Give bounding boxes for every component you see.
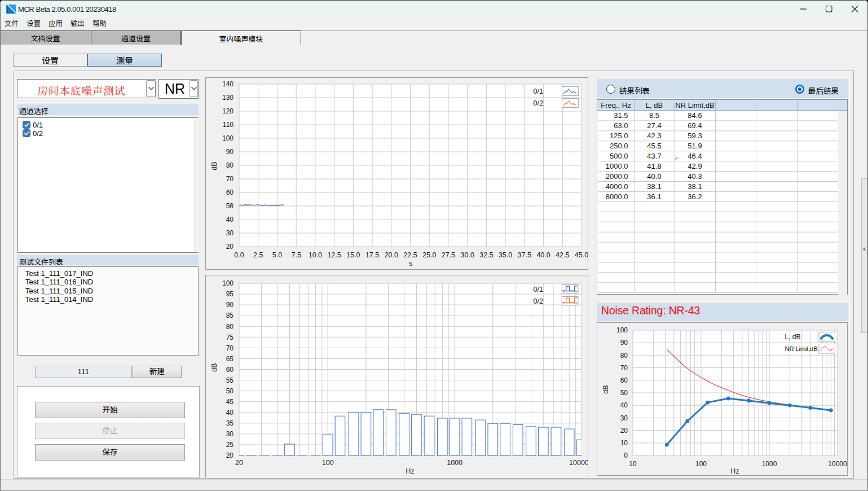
svg-text:45.0: 45.0 [575, 251, 588, 259]
svg-text:40.0: 40.0 [647, 172, 661, 181]
svg-text:20: 20 [235, 459, 243, 467]
svg-text:Freq., Hz: Freq., Hz [601, 101, 631, 109]
svg-text:55: 55 [226, 376, 234, 384]
svg-text:30: 30 [620, 414, 628, 422]
svg-text:0.0: 0.0 [234, 251, 244, 259]
svg-text:30: 30 [226, 229, 234, 237]
svg-text:8.5: 8.5 [649, 111, 659, 120]
svg-text:2000.0: 2000.0 [606, 172, 628, 181]
svg-text:38.1: 38.1 [688, 182, 702, 191]
svg-text:L, dB: L, dB [785, 333, 801, 341]
svg-text:4000.0: 4000.0 [606, 182, 628, 191]
svg-text:125.0: 125.0 [610, 131, 628, 140]
svg-text:42.5: 42.5 [556, 251, 569, 259]
svg-text:70: 70 [620, 364, 628, 372]
svg-text:80: 80 [620, 352, 628, 360]
svg-text:0/1: 0/1 [534, 286, 543, 293]
svg-text:100: 100 [695, 460, 707, 468]
svg-text:25.0: 25.0 [422, 251, 436, 259]
svg-text:NR Limit,dB: NR Limit,dB [785, 345, 818, 352]
svg-text:40.3: 40.3 [688, 172, 702, 181]
svg-text:65: 65 [226, 355, 234, 363]
svg-text:45: 45 [226, 398, 234, 406]
svg-text:0/2: 0/2 [534, 297, 543, 305]
svg-text:20.0: 20.0 [385, 251, 398, 259]
svg-text:42.3: 42.3 [647, 131, 661, 140]
svg-text:500.0: 500.0 [610, 152, 628, 160]
svg-text:10000: 10000 [569, 459, 588, 467]
svg-text:51.9: 51.9 [688, 142, 702, 150]
svg-text:60: 60 [226, 366, 234, 374]
svg-text:37.5: 37.5 [518, 251, 531, 259]
svg-text:27.4: 27.4 [647, 121, 661, 130]
svg-text:110: 110 [223, 121, 233, 129]
svg-text:17.5: 17.5 [365, 251, 379, 259]
svg-text:s: s [409, 260, 412, 268]
svg-text:75: 75 [226, 334, 234, 341]
svg-text:1000.0: 1000.0 [606, 162, 628, 170]
svg-text:15.0: 15.0 [346, 251, 360, 259]
svg-text:46.4: 46.4 [688, 152, 702, 160]
svg-text:36.2: 36.2 [688, 192, 702, 201]
svg-text:2.5: 2.5 [253, 251, 263, 259]
svg-text:30: 30 [226, 430, 234, 438]
svg-text:0/1: 0/1 [534, 87, 543, 95]
svg-text:80: 80 [226, 161, 234, 169]
svg-text:84.6: 84.6 [688, 111, 702, 120]
svg-text:7.5: 7.5 [292, 251, 301, 259]
svg-text:90: 90 [226, 148, 234, 156]
svg-text:45.5: 45.5 [647, 142, 661, 150]
svg-text:30.0: 30.0 [461, 251, 474, 259]
svg-text:60: 60 [226, 188, 234, 196]
svg-text:100: 100 [616, 326, 628, 334]
svg-text:63.0: 63.0 [614, 121, 628, 130]
svg-text:43.7: 43.7 [647, 152, 661, 160]
svg-text:40.0: 40.0 [536, 251, 550, 259]
svg-text:40: 40 [620, 401, 628, 409]
svg-text:60: 60 [620, 376, 628, 384]
svg-text:32.5: 32.5 [479, 251, 493, 259]
svg-text:100: 100 [222, 279, 233, 287]
svg-text:0/2: 0/2 [534, 99, 543, 107]
svg-text:1000: 1000 [762, 460, 777, 468]
svg-text:1000: 1000 [447, 459, 462, 467]
svg-text:35.0: 35.0 [499, 251, 512, 259]
svg-text:dB: dB [602, 385, 610, 393]
svg-text:5.0: 5.0 [272, 251, 282, 259]
svg-text:70: 70 [226, 175, 234, 183]
svg-text:Hz: Hz [406, 467, 414, 475]
svg-text:20: 20 [226, 243, 234, 251]
svg-text:10: 10 [620, 439, 628, 447]
svg-text:10.0: 10.0 [309, 251, 322, 259]
svg-text:12.5: 12.5 [327, 251, 341, 259]
svg-text:140: 140 [222, 80, 233, 88]
svg-text:NR Limit,dB: NR Limit,dB [675, 101, 714, 109]
svg-text:90: 90 [620, 339, 628, 347]
svg-text:20: 20 [226, 451, 234, 459]
svg-text:8000.0: 8000.0 [606, 192, 628, 201]
svg-text:50: 50 [226, 387, 234, 395]
svg-text:36.1: 36.1 [647, 192, 661, 201]
svg-text:25: 25 [226, 441, 234, 449]
svg-text:69.4: 69.4 [688, 121, 702, 130]
svg-text:27.5: 27.5 [442, 251, 455, 259]
svg-text:90: 90 [226, 301, 234, 309]
svg-text:85: 85 [226, 312, 234, 319]
svg-text:70: 70 [226, 344, 234, 352]
svg-text:L, dB: L, dB [646, 101, 663, 109]
svg-text:95: 95 [226, 290, 234, 298]
svg-text:100: 100 [222, 134, 233, 142]
svg-text:50: 50 [226, 202, 234, 210]
svg-text:130: 130 [222, 94, 233, 102]
svg-text:42.9: 42.9 [688, 162, 702, 170]
svg-text:10000: 10000 [828, 460, 847, 468]
svg-text:22.5: 22.5 [403, 251, 417, 259]
svg-text:80: 80 [226, 323, 234, 331]
svg-text:40: 40 [226, 216, 234, 223]
svg-text:35: 35 [226, 419, 234, 427]
svg-text:120: 120 [222, 107, 233, 115]
svg-text:dB: dB [210, 363, 218, 371]
svg-text:41.8: 41.8 [647, 162, 661, 170]
svg-text:31.5: 31.5 [614, 111, 628, 120]
svg-text:50: 50 [620, 389, 628, 397]
